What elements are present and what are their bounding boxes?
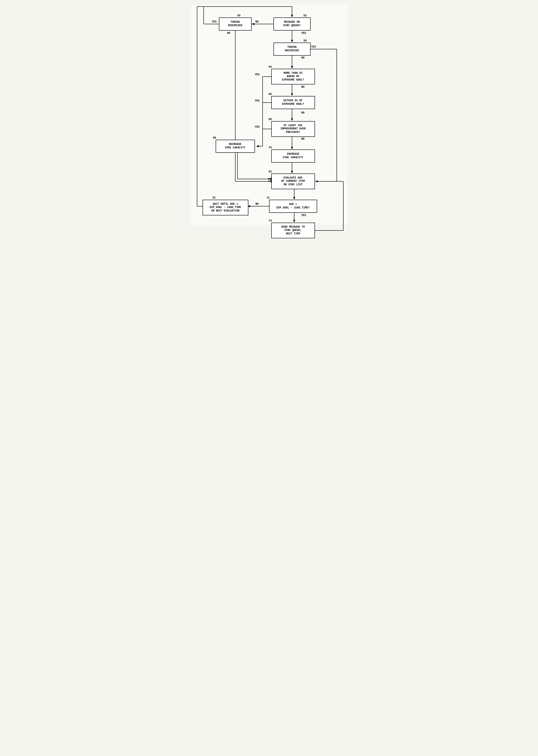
svg-marker-7: [291, 40, 293, 42]
node-56-id: 56: [238, 14, 241, 17]
node-72-id: 72: [266, 196, 270, 199]
wait-until-box: WAIT UNTIL AGE ≥ EXP_GOAL - LEAD_TIME OR…: [202, 200, 248, 215]
label-no-within5pct: NO: [301, 111, 304, 114]
evaluate-age-box: EVALUATE AGE OF CURRENT ITEM ON SYNC LIS…: [271, 174, 315, 189]
tuning-maximized-box: TUNING MAXIMIZED: [274, 42, 311, 56]
decrease-sync-box: DECREASE SYNC CAPACITY: [216, 140, 255, 153]
label-no-msg-queue: NO: [255, 20, 259, 23]
node-52-id: 52: [303, 14, 307, 17]
label-no-age-greater: NO: [255, 202, 259, 206]
flowchart-diagram: MESSAGE ON SYNC QUEUE? 52 TUNING MINIMIZ…: [190, 4, 348, 225]
at-least-10pct-box: AT LEAST 10% IMPROVEMENT OVER PREVIOUS?: [271, 121, 315, 137]
node-62-id: 62: [269, 170, 272, 173]
label-no-tuning-min: NO: [227, 32, 230, 35]
label-no-more5pct: NO: [301, 85, 304, 88]
label-yes-age-greater: YES: [301, 214, 306, 217]
label-no-tuning-max: NO: [301, 56, 304, 59]
label-no-at10pct: NO: [301, 137, 304, 140]
increase-sync-box: INCREASE SYNC CAPACITY: [271, 149, 315, 163]
label-yes-tuning-min: YES: [212, 20, 217, 23]
message-on-sync-queue-box: MESSAGE ON SYNC QUEUE?: [274, 18, 311, 30]
within-5pct-box: WITHIN 5% OF EXPOSURE GOAL?: [271, 96, 315, 109]
svg-marker-25: [291, 93, 293, 96]
arrows-layer: [190, 4, 348, 225]
label-yes-within5pct: YES: [255, 99, 260, 102]
node-64-id: 64: [269, 66, 272, 69]
more-than-5pct-box: MORE THAN 5% AHEAD OF EXPOSURE GOAL?: [271, 69, 315, 84]
svg-marker-42: [293, 197, 295, 199]
node-58-id: 58: [303, 39, 307, 42]
node-74-id: 74: [269, 219, 272, 222]
label-yes-tuning-max: YES: [311, 45, 316, 48]
svg-marker-35: [291, 147, 293, 149]
svg-marker-37: [291, 171, 293, 173]
node-70-id: 70: [269, 146, 272, 149]
svg-marker-33: [256, 145, 259, 147]
svg-marker-1: [291, 15, 293, 17]
send-message-box: SEND MESSAGE TO SYNC QUEUE; NEXT ITEM: [271, 223, 315, 238]
svg-marker-19: [291, 66, 293, 68]
node-60-id: 60: [213, 136, 216, 139]
svg-marker-46: [293, 220, 295, 222]
svg-marker-29: [291, 119, 293, 121]
tuning-minimized-box: TUNING MINIMIZED: [219, 18, 252, 30]
svg-marker-5: [252, 23, 254, 25]
age-greater-box: AGE > EXP_GOAL - LEAD_TIME?: [269, 200, 317, 213]
node-76-id: 76: [212, 196, 215, 199]
node-66-id: 66: [269, 93, 272, 96]
label-yes-more5pct: YES: [255, 73, 260, 76]
label-yes-msg-queue: YES: [301, 32, 306, 35]
node-68-id: 68: [269, 118, 272, 121]
label-yes-at10pct: YES: [255, 126, 260, 129]
